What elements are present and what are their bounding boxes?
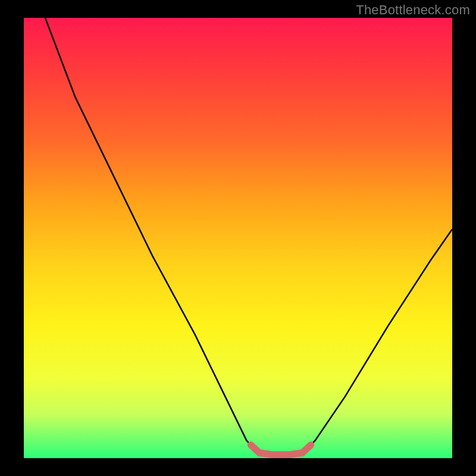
main-curve <box>45 18 452 456</box>
flat-zone-curve <box>251 445 311 455</box>
gradient-plot-area <box>24 18 452 458</box>
chart-frame: TheBottleneck.com <box>0 0 476 476</box>
curve-svg <box>24 18 452 458</box>
watermark-text: TheBottleneck.com <box>356 2 470 18</box>
